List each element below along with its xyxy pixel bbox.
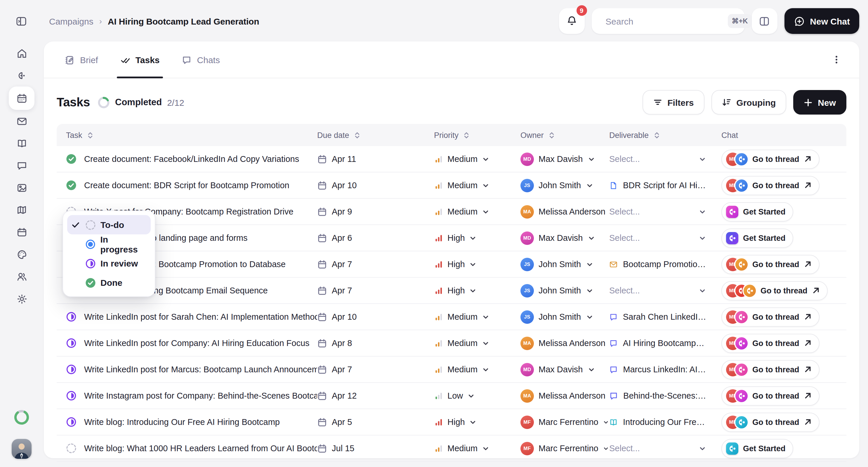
task-row[interactable]: up landing page and formsApr 6HighMDMax … [57,225,846,251]
priority-select[interactable]: High [434,251,521,277]
go-to-thread-button[interactable]: MFGo to thread [721,149,820,169]
priority-select[interactable]: Low [434,383,521,409]
status-option-todo[interactable]: To-do [67,215,151,234]
owner-select[interactable]: JSJohn Smith [521,172,609,198]
sidebar-toggle-icon[interactable] [16,16,27,27]
go-to-thread-button[interactable]: MFGo to thread [721,333,820,353]
filters-button[interactable]: Filters [642,90,704,115]
status-option-progress[interactable]: In progress [67,234,151,254]
go-to-thread-button[interactable]: MFGo to thread [721,281,828,300]
deliverable-select[interactable]: Select... [609,154,706,164]
status-option-review[interactable]: In review [67,254,151,273]
column-header-owner[interactable]: Owner [521,124,609,146]
due-date-cell[interactable]: Apr 7 [317,356,434,382]
sidebar-item-calendar-dots[interactable] [9,87,34,110]
go-to-thread-button[interactable]: MFGo to thread [721,307,820,326]
deliverable-link[interactable]: AI Hiring Bootcamp - Co... [609,330,721,356]
grouping-button[interactable]: Grouping [711,90,786,115]
due-date-cell[interactable]: Apr 5 [317,409,434,435]
deliverable-select[interactable]: Select... [609,233,706,242]
task-row[interactable]: Write blog: What 1000 HR Leaders Learned… [57,435,846,462]
due-date-cell[interactable]: Apr 9 [317,199,434,225]
owner-select[interactable]: MDMax Davish [521,225,609,251]
sidebar-item-map[interactable] [9,199,34,221]
new-task-button[interactable]: New [793,90,846,115]
sidebar-item-agent-logo[interactable] [9,64,34,87]
deliverable-link[interactable]: Marcus LinkedIn: AI Hiri... [609,356,721,382]
task-row[interactable]: Write LinkedIn post for Marcus: Bootcamp… [57,356,846,383]
priority-select[interactable]: Medium [434,356,521,382]
owner-select[interactable]: MAMelissa Anderson [521,330,609,356]
owner-select[interactable]: MAMelissa Anderson [521,199,609,225]
new-chat-button[interactable]: New Chat [784,8,859,34]
deliverable-link[interactable]: Sarah Chen LinkedIn: AI... [609,304,721,330]
sidebar-item-mail[interactable] [9,110,34,132]
owner-select[interactable]: JSJohn Smith [521,304,609,330]
deliverable-select[interactable]: Select... [609,207,706,216]
go-to-thread-button[interactable]: MFGo to thread [721,386,820,405]
due-date-cell[interactable]: Apr 10 [317,304,434,330]
task-status-toggle[interactable] [66,417,76,427]
sidebar-item-chat-bubble[interactable] [9,154,34,176]
sidebar-item-image[interactable] [9,176,34,199]
deliverable-link[interactable]: Bootcamp Promotion to ... [609,251,721,277]
owner-select[interactable]: MFMarc Ferrentino [521,409,609,435]
go-to-thread-button[interactable]: MFGo to thread [721,255,820,274]
priority-select[interactable]: Medium [434,304,521,330]
task-status-toggle[interactable] [66,390,76,401]
owner-select[interactable]: MDMax Davish [521,356,609,382]
search-input[interactable] [604,16,723,27]
task-row[interactable]: Write X post for Company: Bootcamp Regis… [57,199,846,225]
task-status-toggle[interactable] [66,312,76,322]
sidebar-item-home[interactable] [9,42,34,64]
due-date-cell[interactable]: Apr 7 [317,278,434,303]
task-status-toggle[interactable] [66,180,76,191]
due-date-cell[interactable]: Apr 11 [317,146,434,172]
due-date-cell[interactable]: Apr 7 [317,251,434,277]
deliverable-link[interactable]: BDR Script for AI Hiring ... [609,172,721,198]
priority-select[interactable]: High [434,225,521,251]
owner-select[interactable]: MFMarc Ferrentino [521,435,609,461]
task-row[interactable]: iring Bootcamp Email SequenceApr 7HighJS… [57,278,846,304]
status-option-done[interactable]: Done [67,273,151,292]
notifications-button[interactable]: 9 [559,8,584,34]
go-to-thread-button[interactable]: MFGo to thread [721,176,820,195]
sidebar-item-calendar[interactable] [9,221,34,243]
task-status-toggle[interactable] [66,364,76,375]
task-row[interactable]: Write LinkedIn post for Company: AI Hiri… [57,330,846,356]
get-started-button[interactable]: Get Started [721,202,793,221]
task-row[interactable]: Write LinkedIn post for Sarah Chen: AI I… [57,304,846,330]
panel-toggle-button[interactable] [751,8,777,34]
column-header-task[interactable]: Task [57,124,317,146]
owner-select[interactable]: MDMax Davish [521,146,609,172]
tab-brief[interactable]: Brief [61,41,102,78]
task-row[interactable]: Create document: BDR Script for Bootcamp… [57,172,846,199]
priority-select[interactable]: Medium [434,435,521,461]
priority-select[interactable]: High [434,409,521,435]
sidebar-item-book[interactable] [9,132,34,154]
due-date-cell[interactable]: Jul 15 [317,435,434,461]
due-date-cell[interactable]: Apr 12 [317,383,434,409]
get-started-button[interactable]: Get Started [721,228,793,247]
user-avatar[interactable] [12,439,32,459]
deliverable-link[interactable]: Behind-the-Scenes: AI ... [609,383,721,409]
column-header-priority[interactable]: Priority [434,124,521,146]
task-status-toggle[interactable] [66,443,76,454]
sidebar-item-gear[interactable] [9,288,34,310]
priority-select[interactable]: Medium [434,330,521,356]
task-status-toggle[interactable] [66,338,76,348]
due-date-cell[interactable]: Apr 8 [317,330,434,356]
sidebar-item-palette[interactable] [9,243,34,265]
priority-select[interactable]: Medium [434,199,521,225]
deliverable-link[interactable]: Introducing Our Free AI ... [609,409,721,435]
sidebar-item-users[interactable] [9,265,34,288]
column-header-due-date[interactable]: Due date [317,124,434,146]
due-date-cell[interactable]: Apr 6 [317,225,434,251]
owner-select[interactable]: MAMelissa Anderson [521,383,609,409]
go-to-thread-button[interactable]: MFGo to thread [721,360,820,379]
owner-select[interactable]: JSJohn Smith [521,278,609,303]
task-status-toggle[interactable] [66,154,76,164]
deliverable-select[interactable]: Select... [609,444,706,453]
breadcrumb-campaigns[interactable]: Campaigns [49,16,93,26]
task-row[interactable]: st: Bootcamp Promotion to DatabaseApr 7H… [57,251,846,278]
